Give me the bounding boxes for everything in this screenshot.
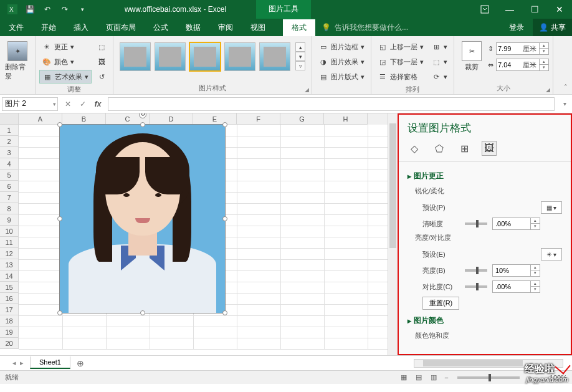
view-normal-button[interactable]: ▦ <box>397 372 411 383</box>
contrast-spinner[interactable]: ▴▾ <box>492 280 540 293</box>
row-header[interactable]: 14 <box>0 270 19 282</box>
row-header[interactable]: 13 <box>0 259 19 270</box>
align-button[interactable]: ⊞▾ <box>429 40 450 54</box>
sheet-nav-prev[interactable]: ◂ <box>12 359 16 367</box>
row-header[interactable]: 4 <box>0 158 19 170</box>
gallery-more[interactable]: ▿ <box>295 61 305 70</box>
sheet-tab-sheet1[interactable]: Sheet1 <box>30 356 70 369</box>
size-props-icon[interactable]: ⊞ <box>457 141 471 155</box>
tab-formulas[interactable]: 公式 <box>145 19 177 36</box>
share-button[interactable]: 👤 共享 <box>533 19 572 36</box>
style-thumb-3[interactable] <box>189 42 221 71</box>
contrast-slider[interactable] <box>465 285 487 288</box>
row-header[interactable]: 18 <box>0 315 19 327</box>
preset-p-button[interactable]: ▦ ▾ <box>541 201 562 214</box>
crop-button[interactable]: ✂ 裁剪 <box>458 40 485 73</box>
sharpness-spinner[interactable]: ▴▾ <box>492 218 540 230</box>
row-header[interactable]: 2 <box>0 136 19 147</box>
height-input[interactable] <box>497 43 523 54</box>
col-F[interactable]: F <box>237 113 280 125</box>
tab-data[interactable]: 数据 <box>177 19 209 36</box>
remove-background-button[interactable]: ✦ 删除背景 <box>4 40 31 82</box>
col-G[interactable]: G <box>280 113 324 125</box>
resize-handle-sw[interactable] <box>57 310 62 315</box>
row-header[interactable]: 11 <box>0 237 19 248</box>
tab-view[interactable]: 视图 <box>242 19 274 36</box>
col-H[interactable]: H <box>324 113 368 125</box>
resize-handle-se[interactable] <box>222 310 227 315</box>
row-header[interactable]: 9 <box>0 214 19 226</box>
col-E[interactable]: E <box>193 113 237 125</box>
brightness-spinner[interactable]: ▴▾ <box>492 264 540 277</box>
change-picture-button[interactable]: 🖼 <box>94 55 109 69</box>
minimize-button[interactable]: — <box>497 0 522 19</box>
picture-style-gallery[interactable]: ▴ ▾ ▿ <box>117 40 308 74</box>
formula-input[interactable] <box>108 97 555 111</box>
zoom-level[interactable]: 100% <box>536 374 567 381</box>
ribbon-options-button[interactable] <box>472 0 497 19</box>
resize-handle-s[interactable] <box>140 310 145 315</box>
row-header[interactable]: 20 <box>0 338 19 349</box>
add-sheet-button[interactable]: ⊕ <box>70 358 90 368</box>
restore-button[interactable]: ☐ <box>522 0 547 19</box>
close-button[interactable]: ✕ <box>547 0 572 19</box>
height-spinner[interactable]: 厘米▴▾ <box>496 42 549 55</box>
tab-format[interactable]: 格式 <box>283 19 315 36</box>
row-header[interactable]: 17 <box>0 304 19 315</box>
tab-review[interactable]: 审阅 <box>209 19 242 36</box>
resize-handle-nw[interactable] <box>57 122 62 127</box>
picture-border-button[interactable]: ▭图片边框 ▾ <box>316 40 367 54</box>
row-header[interactable]: 6 <box>0 181 19 192</box>
size-launcher[interactable]: ◢ <box>546 87 550 93</box>
corrections-button[interactable]: ☀更正 ▾ <box>39 40 92 54</box>
row-header[interactable]: 8 <box>0 203 19 214</box>
col-B[interactable]: B <box>62 113 106 125</box>
tab-insert[interactable]: 插入 <box>65 19 97 36</box>
sheet-nav-next[interactable]: ▸ <box>20 359 24 367</box>
tab-file[interactable]: 文件 <box>0 19 32 36</box>
width-spinner[interactable]: 厘米▴▾ <box>496 59 549 71</box>
row-header[interactable]: 12 <box>0 248 19 259</box>
collapse-ribbon-button[interactable]: ˄ <box>560 36 572 94</box>
section-color[interactable]: ▸ 图片颜色 <box>408 312 562 330</box>
row-header[interactable]: 7 <box>0 192 19 203</box>
undo-button[interactable]: ↶ <box>40 2 55 17</box>
zoom-in-button[interactable]: + <box>525 374 536 381</box>
row-header[interactable]: 5 <box>0 170 19 181</box>
tab-home[interactable]: 开始 <box>32 19 65 36</box>
artistic-effects-button[interactable]: ▦艺术效果 ▾ <box>39 70 92 84</box>
vertical-scrollbar[interactable] <box>388 113 398 355</box>
sharpness-slider[interactable] <box>465 222 487 225</box>
group-button[interactable]: ⬚▾ <box>429 55 450 69</box>
compress-button[interactable]: ⬚ <box>94 40 109 54</box>
style-thumb-2[interactable] <box>155 42 186 71</box>
accept-formula-button[interactable]: ✓ <box>75 100 90 108</box>
selection-pane-button[interactable]: ☰选择窗格 <box>375 70 426 84</box>
cancel-formula-button[interactable]: ✕ <box>60 100 75 108</box>
inserted-picture[interactable] <box>60 125 225 313</box>
section-corrections[interactable]: ▸ 图片更正 <box>408 167 562 185</box>
resize-handle-e[interactable] <box>222 216 227 221</box>
redo-button[interactable]: ↷ <box>57 2 72 17</box>
horizontal-scrollbar[interactable] <box>90 359 572 368</box>
resize-handle-w[interactable] <box>57 216 62 221</box>
row-header[interactable]: 10 <box>0 226 19 237</box>
save-button[interactable]: 💾 <box>22 2 37 17</box>
qat-dropdown[interactable]: ▾ <box>75 2 90 17</box>
rotate-button[interactable]: ⟳▾ <box>429 70 450 84</box>
col-A[interactable]: A <box>19 113 62 125</box>
preset-e-button[interactable]: ☀ ▾ <box>541 248 562 261</box>
name-box[interactable]: 图片 2▾ <box>2 97 58 111</box>
width-input[interactable] <box>497 59 523 70</box>
gallery-down[interactable]: ▾ <box>295 52 305 61</box>
row-header[interactable]: 3 <box>0 147 19 158</box>
picture-layout-button[interactable]: ▤图片版式 ▾ <box>316 70 367 84</box>
row-header[interactable]: 1 <box>0 125 19 136</box>
resize-handle-ne[interactable] <box>222 122 227 127</box>
zoom-out-button[interactable]: − <box>441 374 452 381</box>
reset-button[interactable]: 重置(R) <box>422 297 459 310</box>
color-button[interactable]: 🎨颜色 ▾ <box>39 55 92 69</box>
cells-grid[interactable] <box>19 125 388 349</box>
signin-button[interactable]: 登录 <box>500 19 533 36</box>
fill-line-icon[interactable]: ◇ <box>408 141 421 155</box>
